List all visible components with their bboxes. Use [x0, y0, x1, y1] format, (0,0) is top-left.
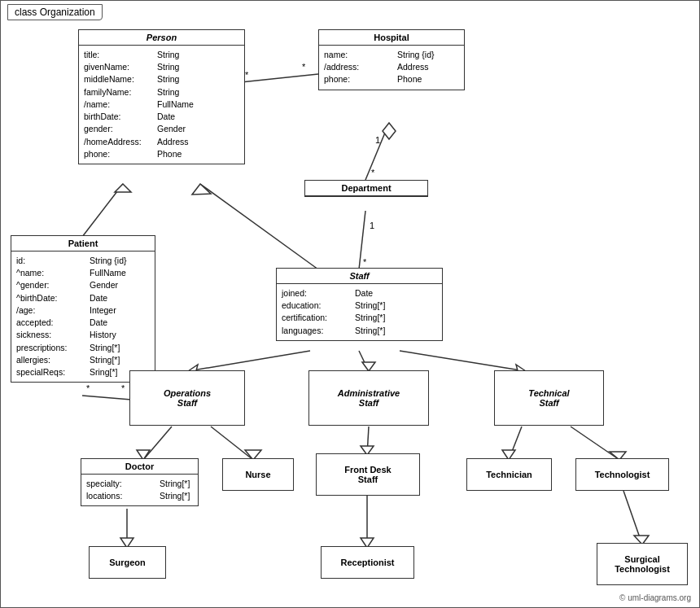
tech-staff-box: TechnicalStaff [494, 370, 604, 426]
svg-line-7 [359, 211, 365, 269]
tech-staff-title: TechnicalStaff [525, 385, 572, 411]
svg-line-31 [571, 426, 619, 460]
svg-line-29 [509, 426, 522, 460]
svg-line-12 [200, 184, 318, 269]
department-title: Department [305, 181, 427, 196]
svg-text:*: * [363, 257, 367, 267]
svg-line-10 [82, 184, 123, 237]
svg-line-0 [241, 74, 318, 82]
patient-title: Patient [11, 236, 155, 252]
receptionist-title: Receptionist [322, 555, 413, 570]
svg-text:*: * [302, 62, 306, 72]
person-title: Person [79, 30, 244, 46]
copyright: © uml-diagrams.org [619, 593, 691, 602]
front-desk-box: Front DeskStaff [316, 453, 420, 496]
svg-text:*: * [86, 383, 90, 393]
svg-line-17 [188, 351, 310, 371]
svg-line-19 [359, 351, 369, 371]
svg-text:*: * [245, 70, 249, 80]
ops-staff-title: OperationsStaff [160, 385, 214, 411]
staff-title: Staff [277, 269, 442, 284]
svg-line-14 [82, 396, 131, 400]
svg-line-25 [211, 426, 253, 460]
svg-text:*: * [371, 168, 375, 177]
diagram-container: class Organization * * 1 * 1 * * * [0, 0, 700, 608]
svg-line-21 [400, 351, 526, 371]
person-body: title:String givenName:String middleName… [79, 46, 244, 164]
receptionist-box: Receptionist [321, 546, 414, 579]
svg-line-3 [365, 123, 389, 180]
hospital-body: name:String {id} /address:Address phone:… [319, 46, 464, 90]
svg-line-37 [623, 491, 642, 545]
patient-box: Patient id:String {id} ^name:FullName ^g… [11, 235, 155, 383]
surgeon-title: Surgeon [90, 555, 165, 570]
svg-marker-13 [192, 184, 211, 195]
surgical-tech-title: SurgicalTechnologist [597, 551, 687, 577]
svg-line-23 [143, 426, 172, 460]
front-desk-title: Front DeskStaff [317, 461, 419, 488]
technologist-box: Technologist [575, 458, 669, 491]
patient-body: id:String {id} ^name:FullName ^gender:Ge… [11, 252, 155, 382]
svg-line-27 [367, 426, 369, 455]
staff-body: joined:Date education:String[*] certific… [277, 284, 442, 340]
staff-box: Staff joined:Date education:String[*] ce… [276, 268, 443, 341]
admin-staff-title: AdministrativeStaff [335, 385, 403, 411]
person-box: Person title:String givenName:String mid… [78, 29, 245, 164]
nurse-box: Nurse [222, 458, 294, 491]
technician-title: Technician [467, 467, 551, 482]
department-box: Department [304, 180, 428, 197]
technician-box: Technician [466, 458, 552, 491]
hospital-box: Hospital name:String {id} /address:Addre… [318, 29, 465, 90]
surgical-tech-box: SurgicalTechnologist [597, 543, 688, 585]
hospital-title: Hospital [319, 30, 464, 46]
svg-marker-4 [383, 123, 396, 139]
surgeon-box: Surgeon [89, 546, 166, 579]
nurse-title: Nurse [223, 467, 293, 482]
svg-text:1: 1 [375, 135, 380, 145]
svg-text:1: 1 [370, 221, 374, 230]
doctor-title: Doctor [81, 459, 198, 475]
doctor-box: Doctor specialty:String[*] locations:Str… [81, 458, 199, 506]
svg-text:*: * [121, 383, 125, 393]
diagram-title: class Organization [7, 4, 103, 20]
ops-staff-box: OperationsStaff [129, 370, 245, 426]
technologist-title: Technologist [576, 467, 668, 482]
svg-marker-11 [115, 184, 131, 192]
admin-staff-box: AdministrativeStaff [308, 370, 429, 426]
doctor-body: specialty:String[*] locations:String[*] [81, 475, 198, 505]
